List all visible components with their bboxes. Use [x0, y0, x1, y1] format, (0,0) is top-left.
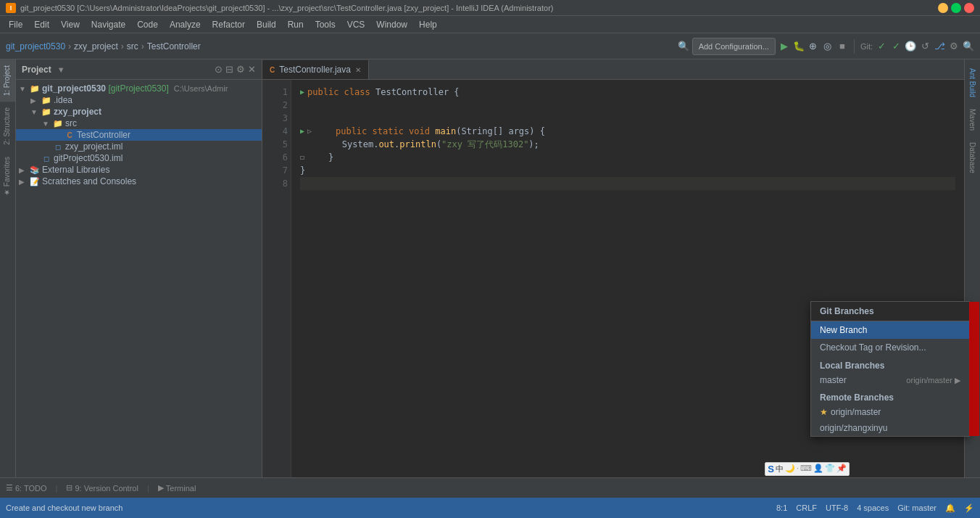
status-line-sep[interactable]: CRLF [796, 503, 817, 512]
run-with-coverage-button[interactable]: ⊕ [807, 41, 819, 52]
git-settings-icon[interactable]: ⚙ [948, 41, 960, 52]
branch-remote-master: origin/master ▶ [906, 376, 960, 385]
minimize-button[interactable] [938, 3, 948, 13]
tree-arrow: ▶ [30, 96, 39, 104]
status-notification-icon[interactable]: 🔔 [945, 503, 955, 513]
branch-master[interactable]: master origin/master ▶ [811, 372, 969, 388]
tree-item-idea[interactable]: ▶ 📁 .idea [16, 94, 262, 106]
status-right: 8:1 CRLF UTF-8 4 spaces Git: master 🔔 ⚡ [776, 503, 974, 513]
code-line-3 [300, 112, 955, 125]
java-file-icon: C [65, 130, 75, 140]
debug-button[interactable]: 🐛 [793, 41, 805, 52]
menu-navigate[interactable]: Navigate [86, 16, 131, 33]
search-icon[interactable]: 🔍 [963, 41, 974, 52]
sidebar-item-structure[interactable]: 2: Structure [0, 102, 15, 151]
folder-icon: 📁 [30, 83, 40, 94]
profile-button[interactable]: ◎ [822, 41, 834, 52]
tree-label: zxy_project.iml [65, 141, 122, 152]
panel-title-dropdown[interactable]: ▼ [57, 65, 65, 74]
branch-name-master: master [820, 375, 847, 385]
menu-edit[interactable]: Edit [28, 16, 55, 33]
run-button[interactable]: ▶ [778, 41, 790, 52]
vc-label: 9: Version Control [75, 484, 138, 493]
menu-tools[interactable]: Tools [310, 16, 341, 33]
branch-origin-zhangxinyu[interactable]: origin/zhangxinyu [811, 420, 969, 436]
run-gutter-1[interactable]: ▶ [300, 86, 304, 99]
breadcrumb-project[interactable]: git_project0530 [6, 41, 65, 52]
checkout-tag-button[interactable]: Checkout Tag or Revision... [811, 339, 969, 356]
breadcrumb-module[interactable]: zxy_project [74, 41, 118, 52]
tree-label: External Libraries [42, 165, 109, 175]
add-configuration-button[interactable]: Add Configuration... [692, 38, 776, 55]
git-branches-icon[interactable]: ⎇ [934, 41, 945, 52]
maximize-button[interactable] [951, 3, 961, 13]
close-button[interactable] [964, 3, 974, 13]
panel-collapse[interactable]: ⊟ [225, 64, 233, 75]
run-gutter-4[interactable]: ▶ [300, 125, 304, 138]
tree-label: Scratches and Consoles [42, 176, 136, 186]
stop-button[interactable]: ■ [836, 41, 848, 52]
code-line-7: } [300, 164, 955, 177]
branch-name: origin/master [831, 407, 881, 417]
tree-label: src [65, 118, 77, 128]
terminal-icon: ▶ [158, 483, 164, 493]
menu-code[interactable]: Code [131, 16, 164, 33]
menu-help[interactable]: Help [413, 16, 443, 33]
menu-build[interactable]: Build [251, 16, 282, 33]
git-update-icon[interactable]: 🕒 [905, 41, 916, 52]
editor-tab-testcontroller[interactable]: C TestController.java ✕ [262, 60, 369, 79]
todo-button[interactable]: ☰ 6: TODO [6, 483, 47, 493]
menu-view[interactable]: View [55, 16, 86, 33]
bookmark-icon-6: ◻ [300, 151, 304, 164]
tree-item-zxy-project[interactable]: ▼ 📁 zxy_project [16, 106, 262, 118]
status-git[interactable]: Git: master [897, 503, 937, 512]
editor-tabs: C TestController.java ✕ [262, 59, 964, 80]
tree-item-git-iml[interactable]: ◻ gitProject0530.iml [16, 152, 262, 164]
sidebar-item-favorites[interactable]: ★ Favorites [0, 151, 15, 202]
menu-file[interactable]: File [3, 16, 28, 33]
panel-scroll-to-source[interactable]: ⊙ [215, 64, 223, 75]
folder-icon: 📁 [41, 107, 51, 117]
tree-item-testcontroller[interactable]: C TestController [16, 129, 262, 141]
status-encoding[interactable]: UTF-8 [826, 503, 848, 512]
right-tab-database[interactable]: Database [966, 136, 979, 179]
star-icon: ★ [820, 407, 828, 417]
window-controls [938, 3, 974, 13]
menu-window[interactable]: Window [370, 16, 413, 33]
code-line-6: ◻ } [300, 151, 955, 164]
right-tab-maven[interactable]: Maven [966, 103, 979, 136]
git-commit-icon[interactable]: ✓ [876, 41, 887, 52]
new-branch-label: New Branch [820, 325, 867, 335]
ime-icon-zh: 中 [776, 464, 784, 474]
new-branch-button[interactable]: New Branch [811, 321, 969, 339]
status-indent[interactable]: 4 spaces [857, 503, 889, 512]
panel-settings[interactable]: ⚙ [236, 64, 245, 75]
git-push-icon[interactable]: ✓ [890, 41, 902, 52]
breadcrumb-file[interactable]: TestController [147, 41, 201, 52]
right-tab-ant[interactable]: Ant Build [966, 62, 979, 103]
status-position[interactable]: 8:1 [776, 503, 787, 512]
tree-item-external-libs[interactable]: ▶ 📚 External Libraries [16, 164, 262, 176]
terminal-button[interactable]: ▶ Terminal [158, 483, 196, 493]
menu-refactor[interactable]: Refactor [207, 16, 251, 33]
status-power-icon[interactable]: ⚡ [964, 503, 974, 513]
tree-item-zxy-iml[interactable]: ◻ zxy_project.iml [16, 141, 262, 152]
tab-close-button[interactable]: ✕ [355, 66, 361, 74]
main-layout: 1: Project 2: Structure ★ Favorites Proj… [0, 59, 980, 477]
version-control-button[interactable]: ⊟ 9: Version Control [66, 483, 138, 493]
line-num-1: 1 [265, 86, 288, 99]
search-everywhere-icon[interactable]: 🔍 [678, 41, 689, 52]
sidebar-item-project[interactable]: 1: Project [0, 59, 15, 102]
branch-origin-master[interactable]: ★ origin/master [811, 404, 969, 420]
git-revert-icon[interactable]: ↺ [919, 41, 931, 52]
menu-analyze[interactable]: Analyze [164, 16, 207, 33]
tree-item-src[interactable]: ▼ 📁 src [16, 118, 262, 129]
menu-run[interactable]: Run [282, 16, 310, 33]
git-label: Git: [860, 42, 873, 51]
tree-item-scratches[interactable]: ▶ 📝 Scratches and Consoles [16, 176, 262, 187]
panel-close[interactable]: ✕ [248, 64, 256, 75]
tree-item-root[interactable]: ▼ 📁 git_project0530 [gitProject0530] C:\… [16, 83, 262, 94]
folder-icon: 📁 [41, 95, 51, 105]
breadcrumb-src[interactable]: src [127, 41, 138, 52]
menu-vcs[interactable]: VCS [341, 16, 371, 33]
